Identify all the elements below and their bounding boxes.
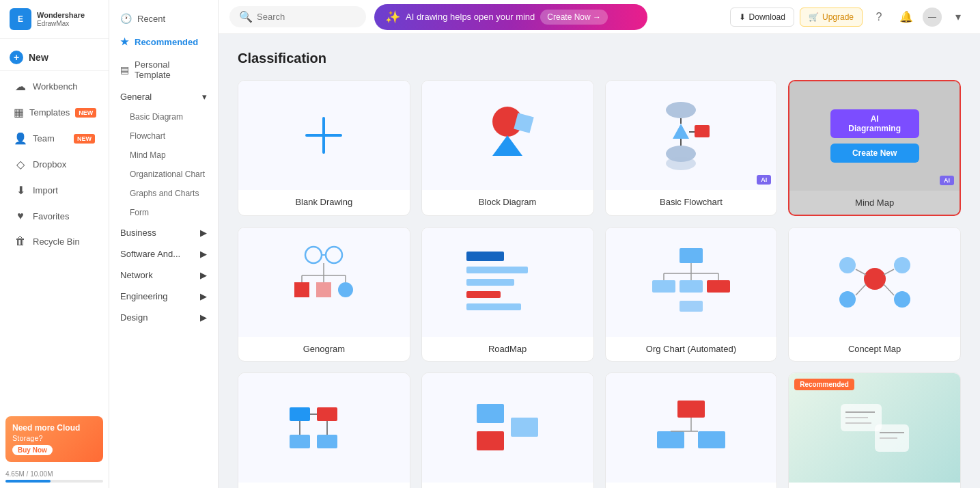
ai-diagramming-button[interactable]: AI Diagramming <box>830 109 919 138</box>
sidebar-item-recycle[interactable]: 🗑 Recycle Bin <box>4 229 104 254</box>
card-flowchart-label: Basic Flowchart <box>606 190 777 214</box>
section-general[interactable]: General ▾ <box>109 86 218 107</box>
notification-button[interactable]: 🔔 <box>895 6 917 28</box>
sub-basic-diagram[interactable]: Basic Diagram <box>109 107 218 126</box>
card-orgchart-img <box>606 228 777 337</box>
svg-point-13 <box>305 247 322 263</box>
card-roadmap[interactable]: RoadMap <box>421 227 594 362</box>
net3-icon <box>650 394 732 462</box>
card-blank[interactable]: Blank Drawing <box>238 80 410 216</box>
upgrade-button[interactable]: 🛒 Upgrade <box>800 8 863 27</box>
card-blank-label: Blank Drawing <box>238 190 410 214</box>
create-new-button[interactable]: Create New <box>830 144 919 163</box>
recycle-label: Recycle Bin <box>33 236 80 247</box>
svg-rect-26 <box>466 279 514 286</box>
sidebar-item-team[interactable]: 👤 Team NEW <box>4 126 104 151</box>
roadmap-icon <box>460 245 555 320</box>
card-recommended[interactable]: Recommended <box>788 372 961 488</box>
svg-rect-59 <box>657 431 684 448</box>
ai-banner-text: AI drawing helps open your mind <box>406 12 535 22</box>
search-box[interactable]: 🔍 <box>229 6 366 27</box>
sub-form[interactable]: Form <box>109 203 218 222</box>
general-chevron: ▾ <box>202 92 207 102</box>
card-orgchart[interactable]: Org Chart (Automated) <box>605 227 778 362</box>
sidebar-item-import[interactable]: ⬇ Import <box>4 178 104 203</box>
cloud-icon: ☁ <box>14 80 27 93</box>
card-genogram-label: Genogram <box>238 337 410 361</box>
card-flowchart[interactable]: AI Basic Flowchart <box>605 80 778 216</box>
logo-line1: Wondershare <box>37 11 85 20</box>
ai-icon: ✨ <box>385 10 400 25</box>
card-concept-label: Concept Map <box>789 337 960 361</box>
new-button[interactable]: + New <box>0 44 109 71</box>
midpanel-personal[interactable]: ▤ Personal Template <box>109 53 218 86</box>
section-software[interactable]: Software And... ▶ <box>109 243 218 265</box>
svg-line-47 <box>884 284 894 295</box>
storage-banner[interactable]: Need more Cloud Storage? Buy Now <box>5 416 103 462</box>
sub-mind-map[interactable]: Mind Map <box>109 146 218 165</box>
ai-create-button[interactable]: Create Now → <box>540 10 608 25</box>
midpanel-recommended[interactable]: ★ Recommended <box>109 30 218 53</box>
help-button[interactable]: ? <box>868 6 890 28</box>
team-icon: 👤 <box>14 132 27 145</box>
general-label: General <box>120 92 152 102</box>
card-net3[interactable] <box>605 372 778 488</box>
card-mindmap-label: Mind Map <box>789 191 960 215</box>
svg-rect-28 <box>466 303 521 310</box>
section-design[interactable]: Design ▶ <box>109 307 218 328</box>
plus-icon: + <box>10 51 23 64</box>
card-block[interactable]: Block Diagram <box>421 80 594 216</box>
logo-line2: EdrawMax <box>37 20 85 27</box>
orgchart-icon <box>647 245 736 320</box>
design-chevron: ▶ <box>200 312 207 323</box>
search-input[interactable] <box>257 12 352 22</box>
sidebar-item-dropbox[interactable]: ◇ Dropbox <box>4 152 104 177</box>
network-chevron: ▶ <box>200 270 207 280</box>
section-business[interactable]: Business ▶ <box>109 222 218 243</box>
svg-rect-50 <box>290 435 310 448</box>
card-orgchart-label: Org Chart (Automated) <box>606 337 777 361</box>
card-net2[interactable] <box>421 372 594 488</box>
midpanel-recent[interactable]: 🕐 Recent <box>109 7 218 30</box>
avatar[interactable]: — <box>923 8 942 27</box>
section-network[interactable]: Network ▶ <box>109 265 218 286</box>
svg-point-39 <box>864 268 886 290</box>
section-engineering[interactable]: Engineering ▶ <box>109 286 218 307</box>
svg-rect-37 <box>707 280 730 293</box>
sub-flowchart[interactable]: Flowchart <box>109 126 218 146</box>
net2-icon <box>466 394 548 462</box>
sidebar-item-favorites[interactable]: ♥ Favorites <box>4 204 104 228</box>
card-blank-img <box>238 81 410 190</box>
sidebar-item-workbench[interactable]: ☁ Workbench <box>4 74 104 99</box>
network-label: Network <box>120 270 153 280</box>
sub-graphs-charts[interactable]: Graphs and Charts <box>109 184 218 203</box>
card-concept[interactable]: Concept Map <box>788 227 961 362</box>
svg-rect-57 <box>511 418 538 437</box>
card-genogram[interactable]: Genogram <box>238 227 410 362</box>
card-net1[interactable] <box>238 372 410 488</box>
sub-org-chart[interactable]: Organizational Chart <box>109 165 218 184</box>
recommended-badge: Recommended <box>794 379 854 390</box>
card-recommended-label <box>789 483 960 488</box>
card-grid: Blank Drawing Block Diagram <box>238 80 961 488</box>
svg-rect-35 <box>652 280 675 293</box>
card-roadmap-label: RoadMap <box>422 337 593 361</box>
templates-label: Templates <box>29 107 70 118</box>
svg-rect-36 <box>680 280 703 293</box>
download-button[interactable]: ⬇ Download <box>730 8 794 27</box>
recommended-icon <box>837 397 912 459</box>
sidebar-item-templates[interactable]: ▦ Templates NEW <box>4 100 104 125</box>
card-block-label: Block Diagram <box>422 190 593 214</box>
svg-rect-58 <box>677 401 705 418</box>
buy-now-button[interactable]: Buy Now <box>12 445 53 455</box>
svg-point-14 <box>326 247 342 263</box>
dropdown-button[interactable]: ▾ <box>947 6 969 28</box>
top-bar: 🔍 ✨ AI drawing helps open your mind Crea… <box>219 0 980 34</box>
team-label: Team <box>33 133 55 144</box>
download-icon: ⬇ <box>739 12 746 22</box>
import-label: Import <box>33 185 58 195</box>
storage-usage: 4.65M / 10.00M <box>0 467 109 488</box>
ai-banner[interactable]: ✨ AI drawing helps open your mind Create… <box>374 4 647 30</box>
svg-rect-51 <box>317 435 337 448</box>
card-mindmap[interactable]: AI Diagramming Create New AI Mind Map <box>788 80 961 216</box>
